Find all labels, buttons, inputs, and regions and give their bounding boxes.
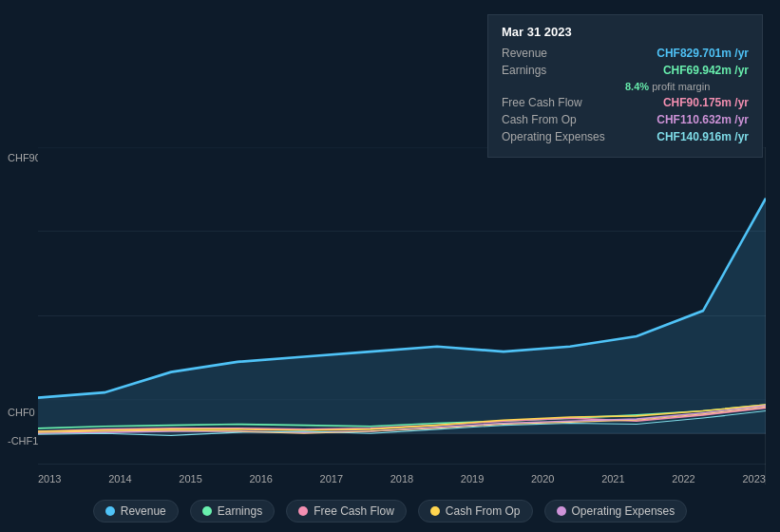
tooltip-fcf-value: CHF90.175m /yr bbox=[663, 96, 749, 109]
x-label-2016: 2016 bbox=[249, 473, 272, 484]
legend: Revenue Earnings Free Cash Flow Cash Fro… bbox=[0, 500, 780, 522]
legend-earnings[interactable]: Earnings bbox=[190, 500, 275, 522]
tooltip-cashop-value: CHF110.632m /yr bbox=[656, 113, 749, 126]
x-label-2023: 2023 bbox=[742, 473, 765, 484]
tooltip-opex-label: Operating Expenses bbox=[502, 130, 625, 143]
legend-opex-label: Operating Expenses bbox=[572, 504, 675, 518]
tooltip-opex-row: Operating Expenses CHF140.916m /yr bbox=[502, 130, 749, 143]
legend-fcf-dot bbox=[298, 506, 308, 516]
tooltip-date: Mar 31 2023 bbox=[502, 25, 749, 39]
tooltip-earnings-label: Earnings bbox=[502, 64, 625, 77]
tooltip-revenue-label: Revenue bbox=[502, 47, 625, 60]
chart-svg bbox=[38, 147, 766, 484]
tooltip-cashop-label: Cash From Op bbox=[502, 113, 625, 126]
tooltip-box: Mar 31 2023 Revenue CHF829.701m /yr Earn… bbox=[487, 14, 763, 158]
x-label-2021: 2021 bbox=[601, 473, 624, 484]
tooltip-opex-value: CHF140.916m /yr bbox=[656, 130, 749, 143]
tooltip-revenue-value: CHF829.701m /yr bbox=[656, 47, 749, 60]
x-label-2014: 2014 bbox=[108, 473, 131, 484]
legend-cashop-dot bbox=[430, 506, 440, 516]
legend-fcf[interactable]: Free Cash Flow bbox=[286, 500, 407, 522]
chart-area: CHF900m CHF0 -CHF100m Mar 31 2023 Revenu… bbox=[0, 0, 780, 532]
x-axis: 2013 2014 2015 2016 2017 2018 2019 2020 … bbox=[38, 473, 766, 484]
x-label-2019: 2019 bbox=[461, 473, 484, 484]
x-label-2017: 2017 bbox=[320, 473, 343, 484]
x-label-2018: 2018 bbox=[390, 473, 413, 484]
tooltip-revenue-row: Revenue CHF829.701m /yr bbox=[502, 47, 749, 60]
x-label-2013: 2013 bbox=[38, 473, 61, 484]
chart-svg-container bbox=[38, 147, 766, 484]
legend-earnings-label: Earnings bbox=[218, 504, 262, 518]
x-label-2020: 2020 bbox=[531, 473, 554, 484]
legend-opex[interactable]: Operating Expenses bbox=[544, 500, 688, 522]
tooltip-earnings-value: CHF69.942m /yr bbox=[663, 64, 749, 77]
tooltip-fcf-label: Free Cash Flow bbox=[502, 96, 625, 109]
legend-cashop-label: Cash From Op bbox=[446, 504, 521, 518]
legend-revenue-dot bbox=[105, 506, 115, 516]
legend-fcf-label: Free Cash Flow bbox=[314, 504, 394, 518]
legend-revenue-label: Revenue bbox=[121, 504, 166, 518]
tooltip-cashop-row: Cash From Op CHF110.632m /yr bbox=[502, 113, 749, 126]
legend-revenue[interactable]: Revenue bbox=[93, 500, 179, 522]
legend-opex-dot bbox=[557, 506, 566, 516]
legend-earnings-dot bbox=[202, 506, 212, 516]
tooltip-earnings-row: Earnings CHF69.942m /yr bbox=[502, 64, 749, 77]
legend-cashop[interactable]: Cash From Op bbox=[418, 500, 533, 522]
x-label-2022: 2022 bbox=[672, 473, 694, 484]
tooltip-margin-row: 8.4% profit margin bbox=[625, 81, 749, 92]
y-axis-zero-label: CHF0 bbox=[8, 407, 35, 418]
tooltip-fcf-row: Free Cash Flow CHF90.175m /yr bbox=[502, 96, 749, 109]
x-label-2015: 2015 bbox=[179, 473, 201, 484]
